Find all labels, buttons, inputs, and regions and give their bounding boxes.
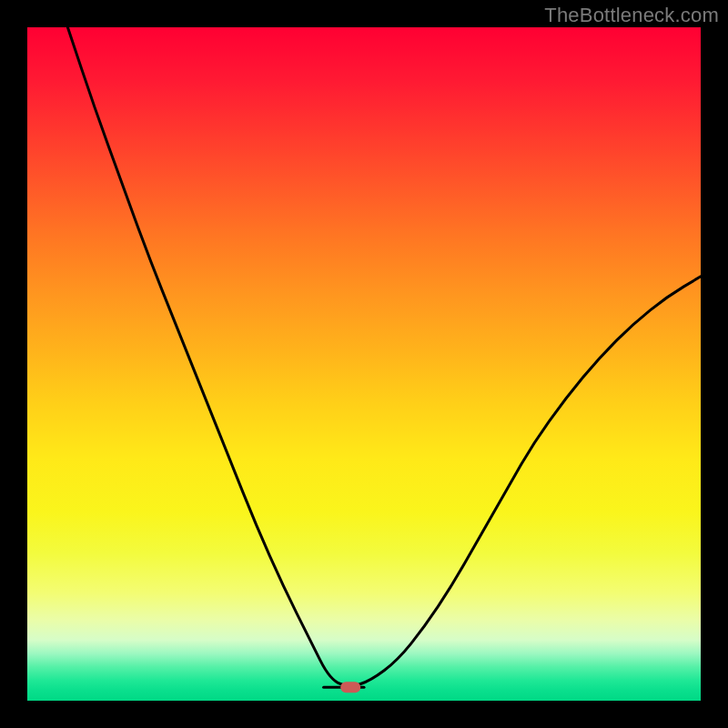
curve-left-branch <box>67 27 350 687</box>
plot-area <box>27 27 701 701</box>
curve-right-branch <box>350 277 701 687</box>
chart-frame: TheBottleneck.com <box>0 0 728 728</box>
bottleneck-marker <box>340 682 360 693</box>
plot-overlay <box>27 27 701 701</box>
watermark-text: TheBottleneck.com <box>544 4 719 27</box>
